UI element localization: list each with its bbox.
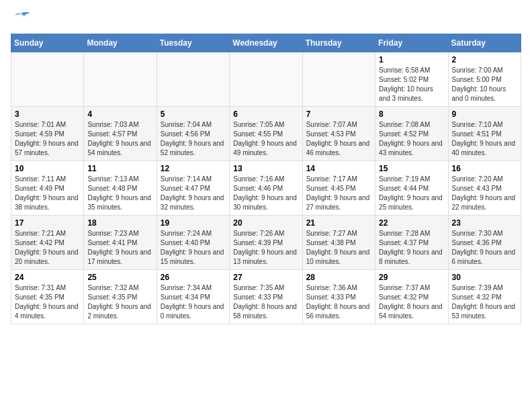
calendar-cell: 15Sunrise: 7:19 AM Sunset: 4:44 PM Dayli… (375, 161, 448, 216)
day-number: 28 (306, 273, 371, 282)
logo (11, 11, 34, 27)
day-of-week-header: Friday (375, 34, 448, 52)
day-info: Sunrise: 7:31 AM Sunset: 4:35 PM Dayligh… (15, 283, 80, 321)
day-number: 4 (87, 109, 152, 119)
calendar-cell: 29Sunrise: 7:37 AM Sunset: 4:32 PM Dayli… (375, 270, 448, 324)
calendar-cell (157, 52, 229, 107)
calendar-cell: 24Sunrise: 7:31 AM Sunset: 4:35 PM Dayli… (11, 270, 84, 324)
calendar-cell: 7Sunrise: 7:07 AM Sunset: 4:53 PM Daylig… (302, 107, 375, 161)
day-number: 26 (161, 273, 226, 282)
calendar-cell: 14Sunrise: 7:17 AM Sunset: 4:45 PM Dayli… (302, 161, 375, 216)
day-info: Sunrise: 7:07 AM Sunset: 4:53 PM Dayligh… (306, 120, 371, 158)
calendar-cell: 30Sunrise: 7:39 AM Sunset: 4:32 PM Dayli… (448, 270, 521, 324)
calendar-cell: 25Sunrise: 7:32 AM Sunset: 4:35 PM Dayli… (84, 270, 157, 324)
day-number: 18 (87, 218, 152, 228)
calendar-cell: 5Sunrise: 7:04 AM Sunset: 4:56 PM Daylig… (157, 107, 229, 161)
day-info: Sunrise: 7:37 AM Sunset: 4:32 PM Dayligh… (379, 283, 444, 321)
day-info: Sunrise: 7:24 AM Sunset: 4:40 PM Dayligh… (161, 229, 226, 267)
day-info: Sunrise: 7:17 AM Sunset: 4:45 PM Dayligh… (306, 175, 371, 212)
calendar-week-row: 10Sunrise: 7:11 AM Sunset: 4:49 PM Dayli… (11, 161, 521, 216)
calendar-week-row: 17Sunrise: 7:21 AM Sunset: 4:42 PM Dayli… (11, 216, 521, 270)
day-info: Sunrise: 7:20 AM Sunset: 4:43 PM Dayligh… (452, 175, 517, 212)
page-header (11, 11, 521, 27)
calendar-cell: 17Sunrise: 7:21 AM Sunset: 4:42 PM Dayli… (11, 216, 84, 270)
day-number: 1 (379, 55, 444, 64)
day-of-week-header: Thursday (302, 34, 375, 52)
calendar-table: SundayMondayTuesdayWednesdayThursdayFrid… (11, 34, 521, 324)
day-number: 7 (306, 109, 371, 119)
day-number: 20 (233, 218, 298, 228)
calendar-cell: 20Sunrise: 7:26 AM Sunset: 4:39 PM Dayli… (230, 216, 302, 270)
day-number: 9 (452, 109, 517, 119)
day-of-week-header: Saturday (448, 34, 521, 52)
day-info: Sunrise: 7:34 AM Sunset: 4:34 PM Dayligh… (161, 283, 226, 321)
day-info: Sunrise: 7:32 AM Sunset: 4:35 PM Dayligh… (87, 283, 152, 321)
day-info: Sunrise: 7:39 AM Sunset: 4:32 PM Dayligh… (452, 283, 517, 321)
day-info: Sunrise: 7:11 AM Sunset: 4:49 PM Dayligh… (15, 175, 80, 212)
day-info: Sunrise: 6:58 AM Sunset: 5:02 PM Dayligh… (379, 66, 444, 103)
day-info: Sunrise: 7:36 AM Sunset: 4:33 PM Dayligh… (306, 283, 371, 321)
calendar-cell: 26Sunrise: 7:34 AM Sunset: 4:34 PM Dayli… (157, 270, 229, 324)
calendar-cell (11, 52, 84, 107)
calendar-week-row: 3Sunrise: 7:01 AM Sunset: 4:59 PM Daylig… (11, 107, 521, 161)
day-info: Sunrise: 7:08 AM Sunset: 4:52 PM Dayligh… (379, 120, 444, 158)
day-number: 15 (379, 164, 444, 173)
calendar-cell: 1Sunrise: 6:58 AM Sunset: 5:02 PM Daylig… (375, 52, 448, 107)
day-number: 14 (306, 164, 371, 173)
day-info: Sunrise: 7:01 AM Sunset: 4:59 PM Dayligh… (15, 120, 80, 158)
day-info: Sunrise: 7:10 AM Sunset: 4:51 PM Dayligh… (452, 120, 517, 158)
day-number: 10 (15, 164, 80, 173)
calendar-cell: 23Sunrise: 7:30 AM Sunset: 4:36 PM Dayli… (448, 216, 521, 270)
day-number: 17 (15, 218, 80, 228)
day-number: 16 (452, 164, 517, 173)
day-number: 8 (379, 109, 444, 119)
calendar-cell: 12Sunrise: 7:14 AM Sunset: 4:47 PM Dayli… (157, 161, 229, 216)
day-number: 21 (306, 218, 371, 228)
calendar-cell: 4Sunrise: 7:03 AM Sunset: 4:57 PM Daylig… (84, 107, 157, 161)
calendar-cell: 27Sunrise: 7:35 AM Sunset: 4:33 PM Dayli… (230, 270, 302, 324)
day-of-week-header: Tuesday (157, 34, 229, 52)
day-info: Sunrise: 7:13 AM Sunset: 4:48 PM Dayligh… (87, 175, 152, 212)
day-number: 3 (15, 109, 80, 119)
calendar-cell: 6Sunrise: 7:05 AM Sunset: 4:55 PM Daylig… (230, 107, 302, 161)
day-number: 29 (379, 273, 444, 282)
calendar-cell: 11Sunrise: 7:13 AM Sunset: 4:48 PM Dayli… (84, 161, 157, 216)
day-number: 12 (161, 164, 226, 173)
day-number: 24 (15, 273, 80, 282)
day-info: Sunrise: 7:19 AM Sunset: 4:44 PM Dayligh… (379, 175, 444, 212)
calendar-cell (302, 52, 375, 107)
day-number: 22 (379, 218, 444, 228)
day-info: Sunrise: 7:27 AM Sunset: 4:38 PM Dayligh… (306, 229, 371, 267)
calendar-cell: 10Sunrise: 7:11 AM Sunset: 4:49 PM Dayli… (11, 161, 84, 216)
day-info: Sunrise: 7:26 AM Sunset: 4:39 PM Dayligh… (233, 229, 298, 267)
day-number: 13 (233, 164, 298, 173)
day-info: Sunrise: 7:04 AM Sunset: 4:56 PM Dayligh… (161, 120, 226, 158)
calendar-cell: 2Sunrise: 7:00 AM Sunset: 5:00 PM Daylig… (448, 52, 521, 107)
day-number: 5 (161, 109, 226, 119)
calendar-cell (230, 52, 302, 107)
calendar-cell: 16Sunrise: 7:20 AM Sunset: 4:43 PM Dayli… (448, 161, 521, 216)
day-info: Sunrise: 7:16 AM Sunset: 4:46 PM Dayligh… (233, 175, 298, 212)
day-number: 27 (233, 273, 298, 282)
calendar-week-row: 24Sunrise: 7:31 AM Sunset: 4:35 PM Dayli… (11, 270, 521, 324)
calendar-cell (84, 52, 157, 107)
day-number: 11 (87, 164, 152, 173)
calendar-week-row: 1Sunrise: 6:58 AM Sunset: 5:02 PM Daylig… (11, 52, 521, 107)
calendar-cell: 28Sunrise: 7:36 AM Sunset: 4:33 PM Dayli… (302, 270, 375, 324)
day-info: Sunrise: 7:14 AM Sunset: 4:47 PM Dayligh… (161, 175, 226, 212)
day-info: Sunrise: 7:23 AM Sunset: 4:41 PM Dayligh… (87, 229, 152, 267)
day-number: 30 (452, 273, 517, 282)
calendar-cell: 9Sunrise: 7:10 AM Sunset: 4:51 PM Daylig… (448, 107, 521, 161)
day-info: Sunrise: 7:05 AM Sunset: 4:55 PM Dayligh… (233, 120, 298, 158)
day-info: Sunrise: 7:28 AM Sunset: 4:37 PM Dayligh… (379, 229, 444, 267)
day-number: 19 (161, 218, 226, 228)
calendar-cell: 18Sunrise: 7:23 AM Sunset: 4:41 PM Dayli… (84, 216, 157, 270)
day-number: 6 (233, 109, 298, 119)
day-info: Sunrise: 7:35 AM Sunset: 4:33 PM Dayligh… (233, 283, 298, 321)
calendar-cell: 21Sunrise: 7:27 AM Sunset: 4:38 PM Dayli… (302, 216, 375, 270)
day-of-week-header: Wednesday (230, 34, 302, 52)
day-info: Sunrise: 7:30 AM Sunset: 4:36 PM Dayligh… (452, 229, 517, 267)
day-number: 2 (452, 55, 517, 64)
calendar-cell: 19Sunrise: 7:24 AM Sunset: 4:40 PM Dayli… (157, 216, 229, 270)
day-of-week-header: Monday (84, 34, 157, 52)
